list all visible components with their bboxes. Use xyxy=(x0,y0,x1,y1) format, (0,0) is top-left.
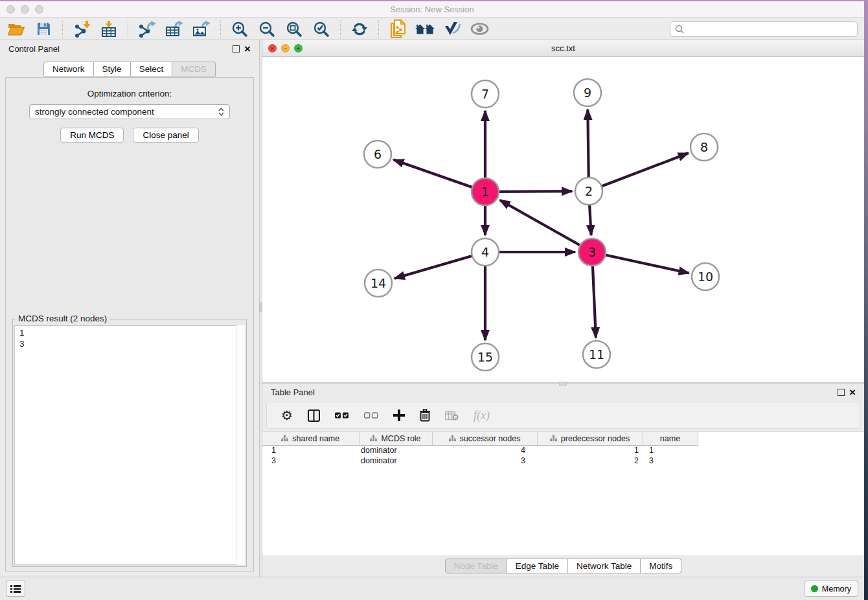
mcds-result-list[interactable]: 13 xyxy=(14,325,245,565)
task-history-button[interactable] xyxy=(6,581,25,597)
criterion-selected-value: strongly connected component xyxy=(35,107,154,117)
clone-network-button[interactable] xyxy=(388,20,407,38)
show-details-button[interactable] xyxy=(470,20,489,38)
graph-edge-1-6[interactable] xyxy=(394,160,485,192)
network-zoom-button[interactable]: + xyxy=(294,44,303,52)
minimize-window-button[interactable] xyxy=(21,5,29,14)
close-table-panel-button[interactable]: × xyxy=(849,389,856,396)
network-minimize-button[interactable]: − xyxy=(281,44,290,52)
table-cell[interactable]: 3 xyxy=(262,456,359,466)
graph-edge-3-10[interactable] xyxy=(592,252,689,273)
delete-column-button[interactable] xyxy=(420,406,430,425)
column-header-shared-name[interactable]: shared name xyxy=(262,432,359,445)
window-title: Session: New Session xyxy=(0,1,864,17)
tab-style[interactable]: Style xyxy=(94,62,131,76)
delete-table-button[interactable] xyxy=(445,406,459,425)
zoom-selected-button[interactable] xyxy=(312,20,331,38)
tab-motifs[interactable]: Motifs xyxy=(641,559,681,573)
float-panel-button[interactable] xyxy=(233,45,240,52)
function-builder-button[interactable]: f(x) xyxy=(474,406,490,425)
show-columns-button[interactable] xyxy=(308,406,320,425)
export-image-icon xyxy=(192,21,211,38)
table-cell[interactable]: dominator xyxy=(359,445,432,456)
graph-node-label: 6 xyxy=(374,147,382,161)
graph-node-8[interactable]: 8 xyxy=(691,133,718,161)
table-cell[interactable]: 1 xyxy=(643,445,698,456)
import-table-button[interactable] xyxy=(99,20,119,38)
export-image-button[interactable] xyxy=(192,20,211,38)
table-cell[interactable]: 3 xyxy=(432,456,537,466)
select-all-columns-button[interactable] xyxy=(335,406,349,425)
close-panel-icon-button[interactable]: × xyxy=(244,45,251,52)
column-header-name[interactable]: name xyxy=(643,432,698,445)
graph-node-2[interactable]: 2 xyxy=(575,178,602,205)
fit-content-button[interactable] xyxy=(284,20,304,38)
tab-node-table[interactable]: Node Table xyxy=(445,559,507,573)
tab-select[interactable]: Select xyxy=(131,62,173,76)
refresh-layout-button[interactable] xyxy=(350,20,369,38)
graph-node-4[interactable]: 4 xyxy=(472,238,499,266)
hide-details-button[interactable] xyxy=(442,20,462,38)
column-header-predecessor-nodes[interactable]: predecessor nodes xyxy=(537,432,643,445)
home-button[interactable] xyxy=(415,20,435,38)
tab-network-table[interactable]: Network Table xyxy=(568,559,641,573)
zoom-window-button[interactable] xyxy=(35,5,43,14)
table-row[interactable]: 3dominator323 xyxy=(262,456,698,466)
graph-node-10[interactable]: 10 xyxy=(692,263,719,290)
tab-network[interactable]: Network xyxy=(43,62,94,76)
list-icon xyxy=(10,584,21,594)
zoom-out-button[interactable] xyxy=(257,20,277,38)
table-row[interactable]: 1dominator411 xyxy=(262,445,698,456)
table-settings-button[interactable]: ⚙ xyxy=(281,406,293,425)
eye-icon xyxy=(470,23,489,35)
graph-node-7[interactable]: 7 xyxy=(472,80,499,108)
tab-edge-table[interactable]: Edge Table xyxy=(507,559,568,573)
column-header-MCDS-role[interactable]: MCDS role xyxy=(359,432,432,445)
result-scrollbar[interactable] xyxy=(236,325,245,565)
mcds-result-line: 3 xyxy=(19,338,240,349)
graph-node-3[interactable]: 3 xyxy=(578,238,606,266)
float-table-panel-button[interactable] xyxy=(838,389,845,396)
node-table: shared nameMCDS rolesuccessor nodesprede… xyxy=(262,432,864,555)
search-input[interactable] xyxy=(687,24,852,34)
column-header-successor-nodes[interactable]: successor nodes xyxy=(432,432,537,445)
graph-node-1[interactable]: 1 xyxy=(472,178,499,205)
table-panel-title: Table Panel xyxy=(271,387,315,397)
create-column-button[interactable] xyxy=(393,406,405,425)
table-cell[interactable]: 2 xyxy=(537,456,643,466)
window-titlebar: Session: New Session xyxy=(0,1,864,17)
table-cell[interactable]: dominator xyxy=(359,456,432,466)
memory-button[interactable]: Memory xyxy=(804,581,858,597)
graph-node-6[interactable]: 6 xyxy=(364,141,391,168)
close-panel-button[interactable]: Close panel xyxy=(133,128,198,143)
run-mcds-button[interactable]: Run MCDS xyxy=(60,128,124,143)
import-network-button[interactable] xyxy=(72,20,91,38)
table-cell[interactable]: 3 xyxy=(643,456,698,466)
open-file-button[interactable] xyxy=(6,20,26,38)
network-canvas[interactable]: 1234678910111415 xyxy=(262,57,864,382)
toolbar-separator xyxy=(128,21,128,38)
zoom-in-button[interactable] xyxy=(230,20,249,38)
mcds-result-group: MCDS result (2 nodes) 13 xyxy=(12,319,247,567)
graph-node-15[interactable]: 15 xyxy=(472,343,499,371)
export-table-button[interactable] xyxy=(165,20,184,38)
network-graph[interactable]: 1234678910111415 xyxy=(262,57,864,382)
deselect-all-columns-button[interactable] xyxy=(364,406,378,425)
search-box[interactable] xyxy=(670,21,858,37)
graph-edge-2-8[interactable] xyxy=(589,153,689,191)
close-window-button[interactable] xyxy=(6,5,15,14)
table-cell[interactable]: 4 xyxy=(432,445,537,456)
table-cell[interactable]: 1 xyxy=(262,445,359,456)
export-network-button[interactable] xyxy=(137,20,157,38)
graph-node-9[interactable]: 9 xyxy=(574,79,601,106)
tab-mcds[interactable]: MCDS xyxy=(172,62,216,76)
graph-node-14[interactable]: 14 xyxy=(365,270,392,297)
save-session-button[interactable] xyxy=(34,20,53,38)
criterion-select[interactable]: strongly connected component xyxy=(29,104,230,119)
network-close-button[interactable]: × xyxy=(268,44,277,52)
graph-node-label: 7 xyxy=(481,87,489,101)
horizontal-splitter-grip[interactable] xyxy=(559,382,567,386)
table-cell[interactable]: 1 xyxy=(537,445,643,456)
graph-node-11[interactable]: 11 xyxy=(583,341,610,368)
graph-edge-3-1[interactable] xyxy=(500,200,592,252)
